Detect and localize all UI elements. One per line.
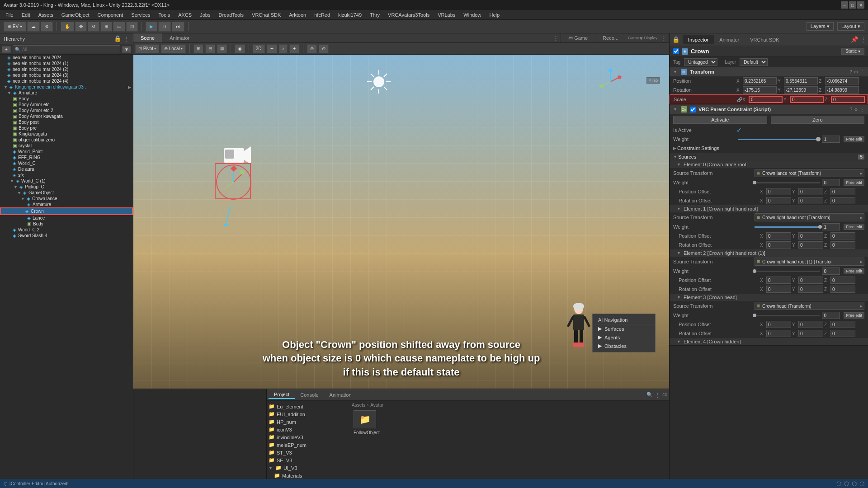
hier-item-swordslash[interactable]: ◈ Sword Slash 4 xyxy=(0,233,133,239)
e1-rx[interactable] xyxy=(766,241,791,249)
e1-ry[interactable] xyxy=(798,241,823,249)
pause-button[interactable]: ⏸ xyxy=(158,22,171,32)
grid-button[interactable]: ⊞ xyxy=(193,44,203,53)
e0-weight-handle[interactable] xyxy=(753,181,756,184)
hier-item-lance[interactable]: ◈ Lance xyxy=(0,215,133,221)
e4-expand[interactable]: ▼ xyxy=(677,339,681,344)
play-button[interactable]: ▶ xyxy=(146,22,157,32)
e2-ref-dot[interactable]: ● xyxy=(859,259,862,264)
e1-free-edit-btn[interactable]: Free edit xyxy=(844,224,864,230)
hier-item-crystal[interactable]: ▣ crystal xyxy=(0,143,133,149)
tab-project[interactable]: Project xyxy=(269,391,295,399)
hier-item-gameobject[interactable]: ▼ ◈ GameObject xyxy=(0,190,133,196)
transform-expand-arrow[interactable]: ▼ xyxy=(673,70,677,74)
hier-item-worldc1[interactable]: ▼ ◈ World_C (1) xyxy=(0,178,133,184)
tab-console[interactable]: Console xyxy=(295,391,324,399)
hier-item-bodyarmor[interactable]: ▣ Body Armor etc xyxy=(0,102,133,108)
cs-expand-arrow[interactable]: ▶ xyxy=(673,146,676,150)
e3-expand[interactable]: ▼ xyxy=(677,295,681,300)
scene-options-button[interactable]: ⋮ xyxy=(553,35,559,42)
scale-tool[interactable]: ⊞ xyxy=(100,22,112,32)
rotate-tool[interactable]: ↺ xyxy=(88,22,99,32)
constraint-menu-button[interactable]: ⋮ xyxy=(860,107,864,112)
menu-window[interactable]: Window xyxy=(460,11,485,19)
ai-nav-surfaces[interactable]: ▶ Surfaces xyxy=(593,324,655,333)
menu-file[interactable]: File xyxy=(2,11,17,19)
scale-x-input[interactable] xyxy=(749,96,783,103)
file-item-meleep[interactable]: 📁meleEP_num xyxy=(267,441,348,449)
hier-item-ohger[interactable]: ▣ ohger calibur zero xyxy=(0,137,133,143)
e0-free-edit-btn[interactable]: Free edit xyxy=(844,179,864,186)
fx-button[interactable]: ✦ xyxy=(289,44,299,53)
e2-free-edit-btn[interactable]: Free edit xyxy=(844,268,864,274)
e0-rx[interactable] xyxy=(766,197,791,204)
constraint-settings-button[interactable]: ⚙ xyxy=(854,107,858,112)
position-x-input[interactable] xyxy=(743,77,777,84)
transform-tool[interactable]: ⊡ xyxy=(126,22,138,32)
weight-value-input[interactable] xyxy=(822,136,840,143)
inspector-pin-button[interactable]: 📌 xyxy=(851,36,859,43)
hier-item-neo5[interactable]: ◈ neo ein nobbu mar 2024 (4) xyxy=(0,78,133,84)
file-item-invincible[interactable]: 📁invincibleV3 xyxy=(267,433,348,441)
e1-weight-handle[interactable] xyxy=(818,225,822,229)
hier-item-body[interactable]: ▣ Body xyxy=(0,96,133,102)
e3-py[interactable] xyxy=(798,321,823,328)
constraint-active-checkbox[interactable] xyxy=(690,107,696,113)
menu-vrlabs[interactable]: VRLabs xyxy=(434,11,459,19)
hier-item-neo2[interactable]: ◈ neo ein nobbu mar 2024 (1) xyxy=(0,61,133,66)
tab-animator[interactable]: Animator xyxy=(162,33,197,42)
e0-pz[interactable] xyxy=(830,188,855,195)
hierarchy-lock-button[interactable]: 🔒 xyxy=(114,35,122,42)
ai-nav-obstacles[interactable]: ▶ Obstacles xyxy=(593,342,655,350)
settings-button[interactable]: ⚙ xyxy=(41,22,53,32)
view-options[interactable]: ⊙ xyxy=(319,44,329,53)
layout-dropdown[interactable]: Layout ▾ xyxy=(837,22,864,31)
e1-py[interactable] xyxy=(798,232,823,239)
e1-px[interactable] xyxy=(766,232,791,239)
hier-item-deaura[interactable]: ◈ De aura xyxy=(0,166,133,172)
tab-vrchat-sdk[interactable]: VRChat SDK xyxy=(745,35,784,44)
activate-button[interactable]: Activate xyxy=(673,116,767,124)
zero-button[interactable]: Zero xyxy=(771,116,865,124)
menu-axcs[interactable]: AXCS xyxy=(175,11,195,19)
position-y-input[interactable] xyxy=(784,77,818,84)
file-item-iconv3[interactable]: 📁iconV3 xyxy=(267,426,348,433)
e3-ref-dot[interactable]: ● xyxy=(859,304,862,309)
e2-weight-input[interactable] xyxy=(822,267,840,275)
hier-item-bodyarmor2[interactable]: ▣ Body Armor etc 2 xyxy=(0,108,133,113)
status-icon-2[interactable]: ⬡ xyxy=(844,480,849,487)
hier-item-armature1[interactable]: ▼ ◈ Armature xyxy=(0,90,133,96)
e3-rz[interactable] xyxy=(830,330,855,337)
menu-thry[interactable]: Thry xyxy=(366,11,383,19)
e3-px[interactable] xyxy=(766,321,791,328)
gizmos-button[interactable]: ⊛ xyxy=(307,44,317,53)
close-button[interactable]: ✕ xyxy=(857,1,864,9)
hand-tool[interactable]: ✋ xyxy=(61,22,74,32)
menu-arktoon[interactable]: Arktoon xyxy=(285,11,310,19)
e2-py[interactable] xyxy=(798,277,823,284)
constraint-expand-arrow[interactable]: ▼ xyxy=(673,107,677,112)
menu-tools[interactable]: Tools xyxy=(155,11,174,19)
e3-pz[interactable] xyxy=(830,321,855,328)
e1-source-field[interactable]: ⊞ Crown right hand root (Transform) ● xyxy=(755,213,864,221)
ai-nav-agents[interactable]: ▶ Agents xyxy=(593,333,655,342)
transform-settings-button[interactable]: ⚙ xyxy=(854,70,858,75)
menu-services[interactable]: Services xyxy=(127,11,154,19)
e0-weight-input[interactable] xyxy=(822,179,840,186)
e2-weight-handle[interactable] xyxy=(753,269,756,273)
hier-item-neo4[interactable]: ◈ neo ein nobbu mar 2024 (3) xyxy=(0,72,133,78)
hier-item-bodypre[interactable]: ▣ Body pre xyxy=(0,125,133,131)
file-item-materials[interactable]: 📁Materials xyxy=(267,472,348,479)
rect-tool[interactable]: ▭ xyxy=(113,22,125,32)
file-item-uiv3[interactable]: ▼ 📁UI_V3 xyxy=(267,464,348,472)
e1-pz[interactable] xyxy=(830,232,855,239)
file-item-hp[interactable]: 📁HP_num xyxy=(267,418,348,426)
e0-expand[interactable]: ▼ xyxy=(677,162,681,167)
local-button[interactable]: ⊕ Local ▾ xyxy=(161,44,186,53)
e3-source-field[interactable]: ⊞ Crown head (Transform) ● xyxy=(755,302,864,310)
e2-px[interactable] xyxy=(766,277,791,284)
position-z-input[interactable] xyxy=(825,77,859,84)
transform-menu-button[interactable]: ⋮ xyxy=(860,70,864,75)
hier-item-body2[interactable]: ▣ Body xyxy=(0,221,133,227)
project-search-button[interactable]: 🔍 xyxy=(646,392,653,398)
